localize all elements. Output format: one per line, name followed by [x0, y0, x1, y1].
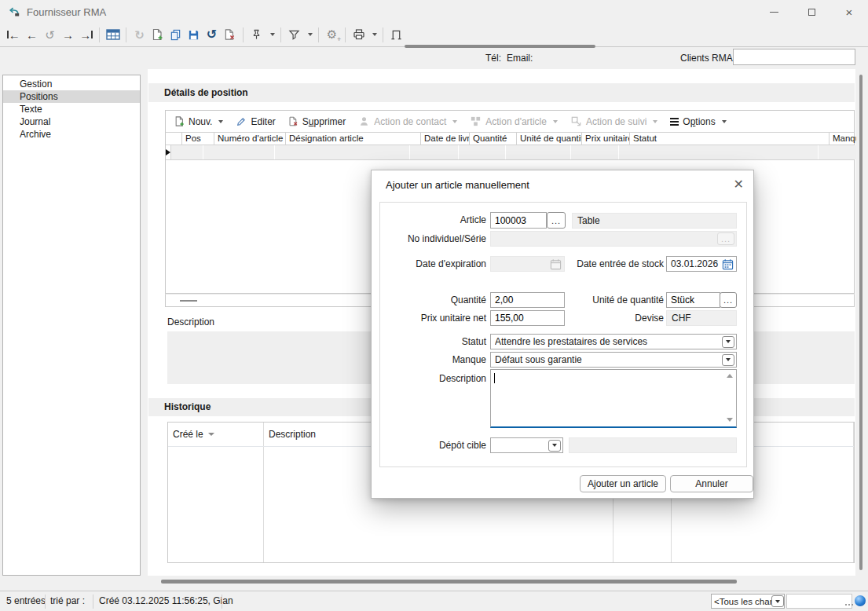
delete-position-button[interactable]: Supprimer [283, 112, 351, 131]
minimize-button[interactable] [755, 0, 793, 24]
sidebar-item-archive[interactable]: Archive [3, 128, 140, 141]
previous-record-button[interactable]: ← [23, 25, 41, 44]
article-input[interactable] [490, 212, 547, 229]
new-record-button[interactable] [148, 25, 167, 44]
table-cell[interactable] [506, 145, 571, 159]
cancel-button[interactable]: Annuler [670, 475, 753, 492]
column-header-quantite[interactable]: Quantité [470, 133, 517, 145]
scroll-down-icon[interactable] [727, 418, 733, 422]
pin-button[interactable] [247, 25, 266, 44]
article-label: Article [380, 212, 486, 228]
main-toolbar: ← ← ↺ → → ↻ ↺ [0, 24, 868, 46]
dropdown-button[interactable] [722, 354, 734, 366]
pin-menu-button[interactable] [266, 25, 277, 44]
scroll-up-icon[interactable] [727, 374, 733, 378]
close-icon: × [846, 6, 853, 18]
history-button[interactable]: ↺ [41, 25, 59, 44]
search-field-select[interactable]: <Tous les champ [711, 594, 785, 609]
clients-rma-input[interactable] [733, 49, 855, 65]
header-scrollbar-thumb[interactable] [405, 45, 595, 48]
email-label: Email: [507, 53, 533, 64]
maximize-button[interactable] [793, 0, 830, 24]
print-menu-button[interactable] [368, 25, 379, 44]
column-header-numero-article[interactable]: Numéro d'article [214, 133, 286, 145]
article-browse-button[interactable]: ... [547, 212, 566, 229]
toolbar-separator [243, 27, 244, 42]
table-cell[interactable] [203, 145, 275, 159]
filter-menu-button[interactable] [303, 25, 314, 44]
column-header-unite[interactable]: Unité de quantit [517, 133, 582, 145]
vertical-scrollbar-track[interactable] [856, 69, 868, 576]
horizontal-scrollbar-thumb[interactable] [161, 580, 737, 584]
sidebar-item-journal[interactable]: Journal [3, 115, 140, 128]
new-position-button[interactable]: Nouv. [169, 112, 229, 131]
dropdown-button[interactable] [771, 595, 784, 607]
stock-date-label: Date entrée de stock [522, 256, 664, 272]
table-view-button[interactable] [104, 25, 122, 44]
expiration-label: Date d'expiration [380, 256, 486, 272]
next-record-button[interactable]: → [59, 25, 77, 44]
settings-button[interactable]: ⚙+ [323, 25, 341, 44]
dialog-title: Ajouter un article manuellement [386, 170, 529, 199]
serial-field: ... [490, 231, 737, 247]
status-select[interactable]: Attendre les prestataires de services [490, 334, 737, 349]
table-cell[interactable] [459, 145, 506, 159]
quantity-label: Quantité [380, 292, 486, 308]
row-selector-cell[interactable] [166, 145, 171, 159]
column-header-designation[interactable]: Désignation article [286, 133, 421, 145]
sidebar-item-texte[interactable]: Texte [3, 103, 140, 115]
search-input[interactable] [786, 594, 852, 609]
save-button[interactable] [185, 25, 203, 44]
copy-icon [170, 29, 181, 41]
dropdown-button[interactable] [548, 440, 561, 452]
history-header-created[interactable]: Créé le [168, 423, 263, 440]
toolbar-separator [99, 27, 100, 42]
sidebar-item-gestion[interactable]: Gestion [3, 78, 140, 90]
unit-input[interactable] [666, 292, 720, 308]
copy-button[interactable] [167, 25, 185, 44]
status-label: Statut [380, 334, 486, 349]
dropdown-button[interactable] [722, 336, 734, 348]
column-header-prix-unitaire[interactable]: Prix unitaire [582, 133, 630, 145]
last-record-button[interactable]: → [77, 25, 95, 44]
sidebar-item-positions[interactable]: Positions [3, 90, 140, 103]
table-cell[interactable] [410, 145, 459, 159]
table-row[interactable] [166, 145, 854, 160]
filter-button[interactable] [285, 25, 303, 44]
unit-browse-button[interactable]: ... [720, 292, 737, 308]
chevron-down-icon [452, 120, 457, 123]
follow-up-icon [570, 115, 582, 127]
column-header-date-livraison[interactable]: Date de livrai [421, 133, 470, 145]
created-info: Créé 03.12.2025 11:56:25, Gian [99, 591, 233, 611]
target-depot-select[interactable] [490, 437, 563, 453]
sorted-by-label: trié par : [50, 591, 85, 611]
delete-record-button[interactable] [221, 25, 239, 44]
options-button[interactable]: Options [665, 112, 731, 131]
edit-position-button[interactable]: Editer [230, 112, 280, 131]
first-record-button[interactable]: ← [5, 25, 23, 44]
calendar-icon[interactable] [722, 258, 734, 273]
pin-icon [251, 29, 262, 41]
defect-select[interactable]: Défaut sous garantie [490, 352, 737, 368]
save-icon [188, 29, 200, 41]
exit-button[interactable] [387, 25, 405, 44]
toolbar-separator [318, 27, 319, 42]
dialog-close-button[interactable]: ✕ [734, 177, 744, 192]
vertical-scrollbar-thumb[interactable] [859, 75, 863, 570]
table-cell[interactable] [275, 145, 410, 159]
chevron-down-icon [218, 120, 223, 123]
table-cell[interactable] [571, 145, 619, 159]
print-button[interactable] [350, 25, 368, 44]
stock-date-input[interactable]: 03.01.2026 [666, 256, 737, 272]
undo-button[interactable]: ↺ [203, 25, 221, 44]
close-button[interactable]: × [830, 0, 868, 24]
description-textarea[interactable] [490, 369, 737, 428]
options-label: Options [683, 116, 715, 127]
minimize-icon [770, 12, 778, 13]
column-header-statut[interactable]: Statut [630, 133, 830, 145]
table-cell[interactable] [619, 145, 819, 159]
column-header-pos[interactable]: Pos [182, 133, 214, 145]
add-article-button[interactable]: Ajouter un article [580, 475, 666, 492]
refresh-button[interactable]: ↻ [130, 25, 148, 44]
table-cell[interactable] [171, 145, 203, 159]
